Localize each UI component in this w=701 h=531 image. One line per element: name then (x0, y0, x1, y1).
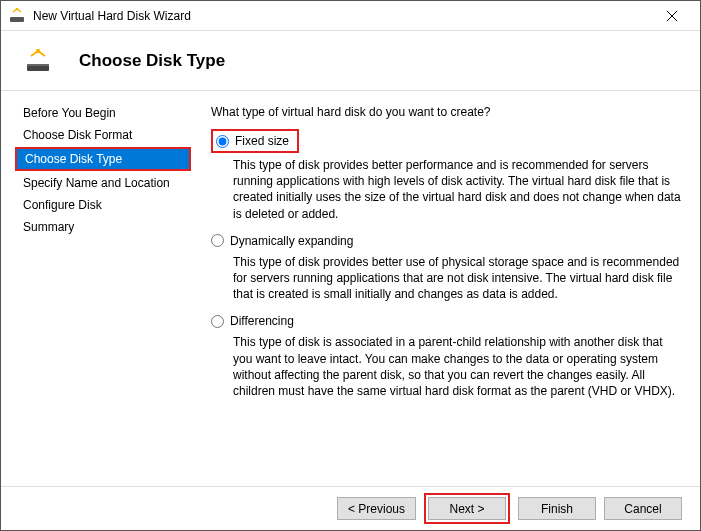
radio-row[interactable]: Fixed size (211, 129, 299, 153)
titlebar: New Virtual Hard Disk Wizard (1, 1, 700, 31)
radio-input[interactable] (216, 135, 229, 148)
option-description: This type of disk provides better perfor… (233, 157, 682, 222)
cancel-button[interactable]: Cancel (604, 497, 682, 520)
page-title: Choose Disk Type (79, 51, 225, 71)
option-label: Dynamically expanding (230, 234, 353, 248)
option-label: Differencing (230, 314, 294, 328)
svg-point-6 (36, 48, 40, 52)
radio-input[interactable] (211, 234, 224, 247)
sidebar-step[interactable]: Configure Disk (15, 195, 191, 215)
option-description: This type of disk is associated in a par… (233, 334, 682, 399)
previous-button[interactable]: < Previous (337, 497, 416, 520)
finish-button[interactable]: Finish (518, 497, 596, 520)
sidebar: Before You BeginChoose Disk FormatChoose… (1, 91, 191, 486)
disk-type-option: Dynamically expandingThis type of disk p… (211, 232, 682, 303)
question-text: What type of virtual hard disk do you wa… (211, 105, 682, 119)
radio-input[interactable] (211, 315, 224, 328)
radio-row[interactable]: Differencing (211, 312, 682, 330)
footer: < Previous Next > Finish Cancel (1, 486, 700, 530)
wizard-icon (25, 48, 51, 74)
sidebar-step[interactable]: Choose Disk Format (15, 125, 191, 145)
header: Choose Disk Type (1, 31, 700, 91)
sidebar-step[interactable]: Choose Disk Type (15, 147, 191, 171)
next-button[interactable]: Next > (428, 497, 506, 520)
close-icon (667, 11, 677, 21)
disk-type-option: Fixed sizeThis type of disk provides bet… (211, 129, 682, 222)
window-title: New Virtual Hard Disk Wizard (33, 9, 652, 23)
option-label: Fixed size (235, 134, 289, 148)
sidebar-step[interactable]: Specify Name and Location (15, 173, 191, 193)
sidebar-step[interactable]: Before You Begin (15, 103, 191, 123)
disk-type-option: DifferencingThis type of disk is associa… (211, 312, 682, 399)
sidebar-step[interactable]: Summary (15, 217, 191, 237)
content: Before You BeginChoose Disk FormatChoose… (1, 91, 700, 486)
svg-rect-0 (10, 17, 24, 22)
radio-row[interactable]: Dynamically expanding (211, 232, 682, 250)
svg-rect-5 (27, 64, 49, 66)
app-icon (9, 8, 25, 24)
close-button[interactable] (652, 1, 692, 31)
main-panel: What type of virtual hard disk do you wa… (191, 91, 700, 486)
option-description: This type of disk provides better use of… (233, 254, 682, 303)
